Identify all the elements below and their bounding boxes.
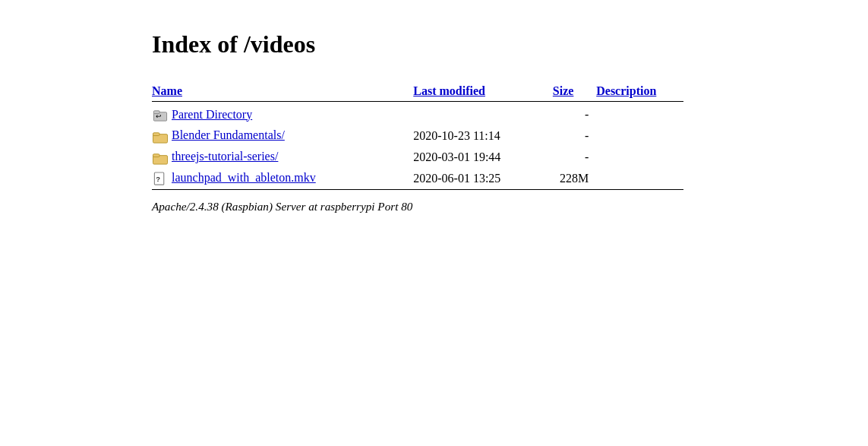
file-size-cell: - [553, 105, 596, 126]
unknown-file-icon: ? [152, 172, 169, 186]
svg-rect-6 [153, 154, 160, 157]
back-icon: ↩ [152, 108, 169, 122]
table-row: threejs-tutorial-series/2020-03-01 19:44… [152, 147, 683, 168]
col-description-link[interactable]: Description [596, 84, 656, 97]
col-last-modified[interactable]: Last modified [413, 81, 553, 102]
file-link[interactable]: threejs-tutorial-series/ [172, 150, 278, 163]
table-row: ↩ Parent Directory- [152, 105, 683, 126]
bottom-divider-row [152, 189, 683, 192]
table-row: ? launchpad_with_ableton.mkv2020-06-01 1… [152, 168, 683, 189]
svg-text:↩: ↩ [156, 113, 162, 121]
server-footer: Apache/2.4.38 (Raspbian) Server at raspb… [152, 200, 822, 214]
file-date-cell: 2020-06-01 13:25 [413, 168, 553, 189]
file-name-cell: ? launchpad_with_ableton.mkv [152, 168, 413, 189]
file-name-cell: Blender Fundamentals/ [152, 125, 413, 147]
col-name-link[interactable]: Name [152, 84, 182, 97]
file-link[interactable]: Blender Fundamentals/ [172, 128, 285, 141]
file-desc-cell [596, 168, 683, 189]
file-desc-cell [596, 125, 683, 147]
file-desc-cell [596, 105, 683, 126]
col-name[interactable]: Name [152, 81, 413, 102]
file-date-cell: 2020-10-23 11:14 [413, 125, 553, 147]
file-size-cell: - [553, 125, 596, 147]
page-title: Index of /videos [152, 30, 822, 59]
folder-icon [152, 129, 169, 144]
col-description[interactable]: Description [596, 81, 683, 102]
file-desc-cell [596, 147, 683, 168]
svg-text:?: ? [156, 175, 160, 183]
file-link[interactable]: launchpad_with_ableton.mkv [172, 171, 316, 184]
col-last-modified-link[interactable]: Last modified [413, 84, 485, 97]
file-link[interactable]: Parent Directory [172, 108, 252, 121]
file-date-cell [413, 105, 553, 126]
col-size[interactable]: Size [553, 81, 596, 102]
svg-rect-4 [153, 133, 160, 136]
file-name-cell: ↩ Parent Directory [152, 105, 413, 126]
file-size-cell: - [553, 147, 596, 168]
file-listing-table: Name Last modified Size Description ↩ Pa… [152, 81, 683, 192]
table-row: Blender Fundamentals/2020-10-23 11:14- [152, 125, 683, 147]
col-size-link[interactable]: Size [553, 84, 574, 97]
file-date-cell: 2020-03-01 19:44 [413, 147, 553, 168]
file-name-cell: threejs-tutorial-series/ [152, 147, 413, 168]
folder-icon [152, 150, 169, 165]
file-size-cell: 228M [553, 168, 596, 189]
